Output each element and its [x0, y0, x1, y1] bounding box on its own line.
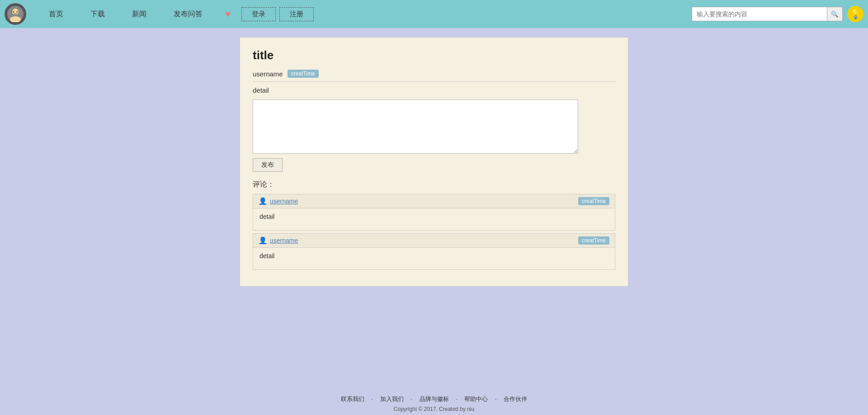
content-card: title username creatTime detail 发布 评论： 👤…: [240, 37, 628, 287]
footer-link-partner[interactable]: 合作伙伴: [504, 396, 527, 402]
register-button[interactable]: 注册: [279, 7, 314, 21]
navbar: 首页 下载 新闻 发布问答 ♥ 登录 注册 🔍 💡: [0, 0, 868, 28]
reply-textarea[interactable]: [253, 99, 578, 154]
comment-detail: detail: [253, 248, 615, 269]
comment-header: 👤 username creatTime: [253, 194, 615, 208]
footer-sep-1: ·: [371, 396, 373, 402]
publish-button[interactable]: 发布: [253, 158, 283, 172]
comment-username: username: [270, 237, 298, 244]
divider-1: [253, 81, 615, 82]
footer-links: 联系我们 · 加入我们 · 品牌与徽标 · 帮助中心 · 合作伙伴: [0, 395, 868, 403]
comment-user-link[interactable]: 👤 username: [259, 197, 298, 205]
nav-item-home[interactable]: 首页: [35, 9, 77, 19]
footer-link-join[interactable]: 加入我们: [380, 396, 404, 402]
svg-point-3: [13, 11, 14, 13]
comment-user-link[interactable]: 👤 username: [259, 236, 298, 245]
footer-sep-3: ·: [456, 396, 458, 402]
heart-icon[interactable]: ♥: [216, 9, 240, 19]
footer: 联系我们 · 加入我们 · 品牌与徽标 · 帮助中心 · 合作伙伴 Copyri…: [0, 388, 868, 415]
article-detail: detail: [253, 86, 615, 94]
footer-link-contact[interactable]: 联系我们: [341, 396, 364, 402]
article-author: username: [253, 70, 283, 78]
footer-sep-4: ·: [495, 396, 497, 402]
footer-link-help[interactable]: 帮助中心: [464, 396, 488, 402]
search-icon: 🔍: [831, 11, 839, 18]
footer-copyright: Copyright © 2017. Created by niu: [0, 406, 868, 412]
footer-sep-2: ·: [410, 396, 412, 402]
comments-label: 评论：: [253, 180, 615, 189]
site-logo: [5, 3, 26, 25]
comment-detail: detail: [253, 208, 615, 230]
article-title: title: [253, 48, 615, 62]
search-input[interactable]: [692, 7, 827, 21]
article-meta: username creatTime: [253, 70, 615, 78]
user-icon: 👤: [259, 236, 267, 245]
search-area: 🔍 💡: [692, 6, 863, 22]
login-button[interactable]: 登录: [241, 7, 276, 21]
comment-creat-time: creatTime: [578, 197, 609, 205]
lightbulb-icon: 💡: [850, 9, 861, 19]
comment-header: 👤 username creatTime: [253, 234, 615, 248]
comment-creat-time: creatTime: [578, 236, 609, 245]
comment-block: 👤 username creatTime detail: [253, 194, 615, 231]
search-button[interactable]: 🔍: [827, 7, 843, 21]
nav-item-qa[interactable]: 发布问答: [160, 9, 216, 19]
footer-link-brand[interactable]: 品牌与徽标: [420, 396, 449, 402]
nav-item-download[interactable]: 下载: [77, 9, 118, 19]
light-icon[interactable]: 💡: [847, 6, 863, 22]
user-icon: 👤: [259, 197, 267, 205]
article-creat-time: creatTime: [288, 70, 319, 78]
nav-item-news[interactable]: 新闻: [118, 9, 160, 19]
main-wrapper: title username creatTime detail 发布 评论： 👤…: [0, 28, 868, 388]
comment-block: 👤 username creatTime detail: [253, 233, 615, 270]
svg-point-4: [17, 11, 18, 13]
comment-username: username: [270, 198, 298, 205]
nav-links: 首页 下载 新闻 发布问答 ♥ 登录 注册: [35, 7, 692, 21]
